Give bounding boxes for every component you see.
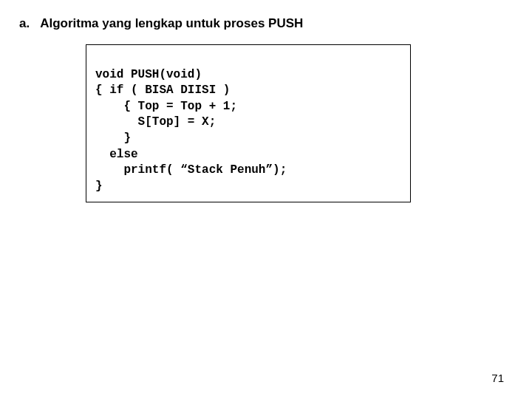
code-line: printf( “Stack Penuh”); <box>95 163 287 177</box>
section-heading: a.Algoritma yang lengkap untuk proses PU… <box>19 16 303 31</box>
code-line: else <box>95 148 138 161</box>
code-line: } <box>95 132 131 145</box>
page-number: 71 <box>491 372 504 384</box>
code-line: { Top = Top + 1; <box>95 100 237 113</box>
heading-title: Algoritma yang lengkap untuk proses PUSH <box>40 16 303 30</box>
code-line: S[Top] = X; <box>95 115 216 129</box>
code-line: { if ( BISA DIISI ) <box>95 83 230 97</box>
code-line: void PUSH(void) <box>95 68 202 81</box>
code-box: void PUSH(void) { if ( BISA DIISI ) { To… <box>86 44 411 202</box>
heading-label: a. <box>19 16 30 31</box>
code-line: } <box>95 180 103 193</box>
